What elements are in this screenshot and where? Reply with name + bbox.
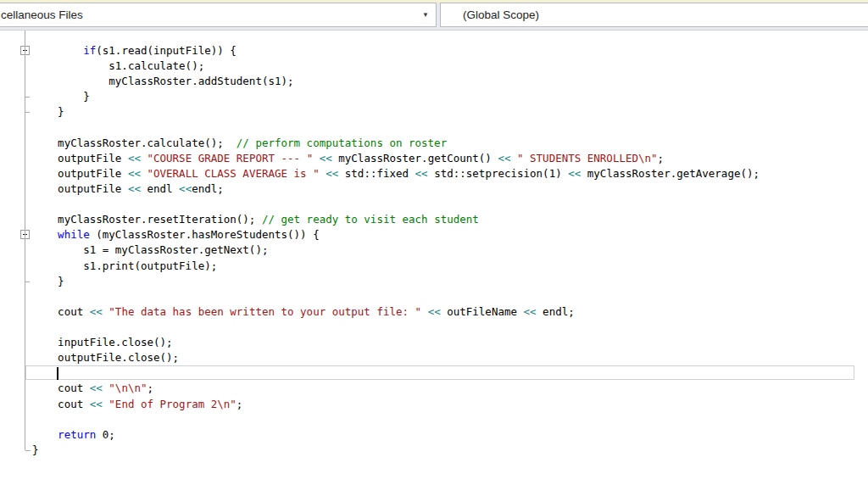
code-text: outputFile	[32, 182, 128, 195]
code-keyword: if	[83, 44, 96, 57]
code-operator: <<	[128, 167, 141, 180]
code-text: s1 = myClassRoster.getNext();	[32, 243, 268, 256]
code-text: (s1.read(inputFile)) {	[96, 44, 236, 57]
code-operator: <<	[90, 382, 103, 394]
code-text: std::setprecision(1)	[428, 167, 569, 180]
code-text: myClassRoster.addStudent(s1);	[32, 75, 294, 87]
code-string: "The data has been written to your outpu…	[108, 305, 421, 318]
code-line[interactable]: cout << "End of Program 2\n";	[32, 397, 868, 412]
code-operator: <<	[90, 398, 103, 410]
code-text: outputFile	[32, 152, 128, 164]
code-text: s1.calculate();	[32, 59, 204, 72]
code-keyword: return	[58, 428, 96, 441]
code-string: "End of Program 2\n"	[108, 398, 236, 410]
code-text: myClassRoster.getCount()	[332, 152, 498, 164]
code-text: std::fixed	[338, 167, 415, 180]
code-line[interactable]: cout << "The data has been written to yo…	[32, 304, 868, 320]
code-line[interactable]: myClassRoster.resetIteration(); // get r…	[32, 212, 868, 227]
code-line[interactable]: if(s1.read(inputFile)) {	[32, 43, 868, 59]
code-line[interactable]: cout << "\n\n";	[32, 381, 868, 396]
code-text: cout	[32, 382, 90, 394]
code-operator: <<	[326, 167, 338, 180]
code-line[interactable]	[32, 365, 868, 381]
code-text: cout	[32, 398, 90, 410]
code-line[interactable]: outputFile.close();	[32, 350, 868, 365]
code-text: myClassRoster.getAverage();	[581, 167, 760, 180]
code-line[interactable]: outputFile << endl <<endl;	[32, 181, 868, 197]
code-text	[313, 152, 320, 164]
project-types-dropdown-label: cellaneous Files	[0, 8, 83, 21]
code-line[interactable]: }	[32, 104, 868, 120]
code-line[interactable]: inputFile.close();	[32, 335, 868, 350]
code-line[interactable]: s1 = myClassRoster.getNext();	[32, 242, 868, 258]
code-line[interactable]	[32, 197, 868, 212]
code-text: outFileName	[441, 305, 524, 318]
code-line[interactable]: s1.calculate();	[32, 59, 868, 74]
project-types-dropdown[interactable]: cellaneous Files ▼	[0, 3, 437, 27]
code-string: " STUDENTS ENROLLED\n"	[517, 152, 658, 164]
code-text: outputFile.close();	[32, 351, 179, 364]
code-text: myClassRoster.resetIteration();	[32, 213, 262, 226]
code-text: endl;	[192, 182, 224, 195]
code-text: (myClassRoster.hasMoreStudents()) {	[90, 228, 320, 241]
code-text: endl	[141, 182, 179, 195]
code-operator: <<	[179, 182, 192, 195]
text-cursor	[57, 367, 58, 380]
code-text: myClassRoster.calculate();	[32, 137, 236, 149]
code-operator: <<	[128, 182, 141, 195]
code-line[interactable]	[32, 320, 868, 335]
code-text: ;	[236, 398, 243, 410]
code-operator: <<	[524, 305, 537, 318]
code-text: outputFile	[32, 167, 128, 180]
code-text	[32, 428, 58, 441]
code-operator: <<	[320, 152, 332, 164]
navigation-bar: cellaneous Files ▼ (Global Scope)	[0, 0, 868, 31]
code-comment: // get ready to visit each student	[262, 213, 479, 226]
code-text	[32, 228, 58, 241]
code-operator: <<	[428, 305, 441, 318]
code-text	[510, 152, 517, 164]
code-text	[32, 366, 58, 379]
code-line[interactable]: myClassRoster.addStudent(s1);	[32, 74, 868, 89]
scope-dropdown-label: (Global Scope)	[441, 8, 539, 21]
code-operator: <<	[415, 167, 428, 180]
code-line[interactable]: s1.print(outputFile);	[32, 259, 868, 274]
code-line[interactable]: return 0;	[32, 427, 868, 443]
code-string: "COURSE GRADE REPORT --- "	[147, 152, 313, 164]
code-operator: <<	[128, 152, 141, 164]
code-operator: <<	[498, 152, 510, 164]
code-text: }	[32, 90, 90, 103]
code-text: endl;	[537, 305, 575, 318]
code-text	[421, 305, 428, 318]
code-operator: <<	[568, 167, 581, 180]
code-line[interactable]: }	[32, 274, 868, 289]
code-text: 0;	[96, 428, 115, 441]
code-line[interactable]	[32, 120, 868, 136]
chevron-down-icon[interactable]: ▼	[422, 12, 429, 19]
code-text: }	[32, 105, 64, 118]
code-text: ;	[147, 382, 153, 394]
code-text: }	[32, 275, 64, 287]
code-line[interactable]: outputFile << "OVERALL CLASS AVERAGE is …	[32, 166, 868, 181]
code-line[interactable]: }	[32, 443, 868, 458]
code-text: ;	[658, 152, 665, 164]
code-text: inputFile.close();	[32, 336, 173, 348]
code-text: cout	[32, 305, 90, 318]
code-line[interactable]: outputFile << "COURSE GRADE REPORT --- "…	[32, 151, 868, 166]
code-text: s1.print(outputFile);	[32, 259, 217, 272]
code-text	[32, 44, 83, 57]
scope-dropdown[interactable]: (Global Scope)	[440, 3, 868, 27]
code-string: "OVERALL CLASS AVERAGE is "	[147, 167, 319, 180]
code-text: }	[32, 443, 39, 456]
code-keyword: while	[58, 228, 90, 241]
code-comment: // perform computations on roster	[236, 137, 447, 149]
code-line[interactable]: while (myClassRoster.hasMoreStudents()) …	[32, 227, 868, 242]
code-editor[interactable]: if(s1.read(inputFile)) { s1.calculate();…	[0, 31, 868, 485]
code-string: "\n\n"	[108, 382, 147, 394]
code-operator: <<	[90, 305, 103, 318]
code-line[interactable]	[32, 289, 868, 304]
code-line[interactable]: myClassRoster.calculate(); // perform co…	[32, 136, 868, 151]
code-area[interactable]: if(s1.read(inputFile)) { s1.calculate();…	[0, 43, 868, 458]
code-line[interactable]: }	[32, 89, 868, 104]
code-line[interactable]	[32, 412, 868, 427]
